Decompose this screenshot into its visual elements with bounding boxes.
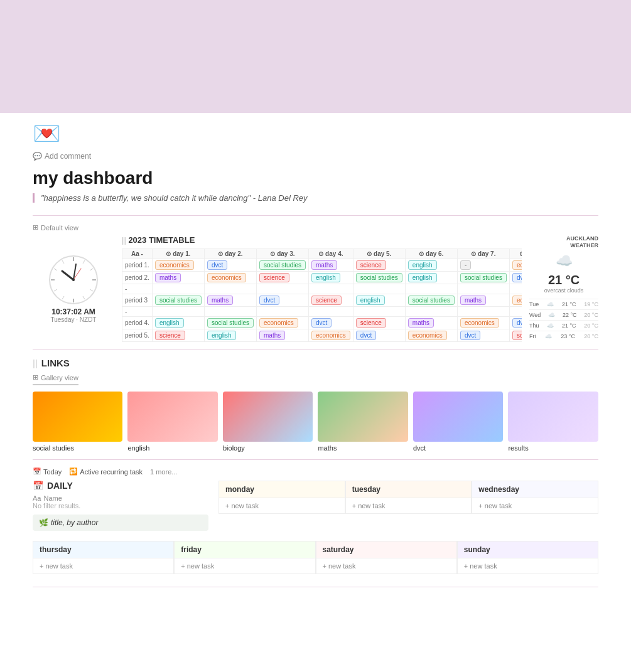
gallery-item[interactable]: results	[508, 392, 598, 452]
grid-icon: ⊞	[33, 223, 38, 232]
tag-cell: maths	[309, 259, 353, 272]
col-header-period: Aa -	[122, 249, 153, 259]
forecast-day: Tue	[529, 301, 539, 307]
clock-time: 10:37:02 AM	[51, 307, 95, 316]
forecast-day: Thu	[529, 323, 539, 329]
gallery-item[interactable]: biology	[223, 392, 313, 452]
period-cell: -	[122, 307, 153, 317]
new-task-button[interactable]: + new task	[472, 498, 598, 513]
new-task-button[interactable]: + new task	[33, 558, 173, 573]
more-btn[interactable]: 1 more...	[150, 468, 177, 476]
add-comment-button[interactable]: 💬 Add comment	[33, 152, 598, 161]
forecast-low: 20 °C	[584, 323, 598, 329]
top-banner	[0, 0, 631, 113]
tag-cell: maths	[405, 317, 457, 329]
tag-cell: dvct	[457, 329, 509, 342]
tag-cell: maths	[204, 294, 256, 307]
tag-cell	[152, 307, 204, 317]
gallery-item[interactable]: dvct	[413, 392, 503, 452]
gallery-thumb	[413, 392, 503, 442]
col-header-day1: ⊙ day 1.	[152, 249, 204, 259]
period-cell: -	[122, 284, 153, 294]
recurring-btn[interactable]: 🔁 Active recurring task	[69, 467, 143, 476]
cloud-icon: ☁️	[545, 333, 552, 339]
svg-point-16	[72, 279, 75, 281]
tag-cell: maths	[152, 272, 204, 284]
tag-cell	[457, 307, 509, 317]
today-btn[interactable]: 📅 Today	[33, 467, 62, 476]
col-label: Aa Name	[33, 494, 208, 502]
new-task-button[interactable]: + new task	[219, 498, 345, 513]
gallery-item[interactable]: social studies	[33, 392, 122, 452]
days-row2-grid: thursday+ new taskfriday+ new tasksaturd…	[33, 541, 598, 574]
col-header-day4: ⊙ day 4.	[309, 249, 353, 259]
forecast-high: 23 °C	[561, 333, 575, 339]
daily-header: DAILY	[33, 481, 208, 491]
weather-forecast: Tue☁️21 °C19 °CWed☁️22 °C20 °CThu☁️21 °C…	[529, 299, 598, 341]
timetable-body: period 1.economicsdvctsocial studiesmath…	[122, 259, 522, 342]
weather-widget: AUCKLANDWEATHER ☁️ 21 °C overcast clouds…	[529, 235, 598, 342]
divider-2	[33, 349, 598, 350]
period-cell: period 2.	[122, 272, 153, 284]
gallery-item[interactable]: maths	[318, 392, 407, 452]
day-header: wednesday	[472, 481, 598, 498]
forecast-day: Fri	[529, 333, 536, 339]
header-area: 💌 💬 Add comment my dashboard "happiness …	[0, 113, 631, 203]
daily-section: DAILY Aa Name No filter results. 🌿 title…	[33, 481, 208, 536]
tag-cell: english	[405, 259, 457, 272]
gallery-label: english	[127, 444, 217, 452]
tag-cell	[405, 284, 457, 294]
tag-cell: science	[256, 272, 308, 284]
timetable-view-label: ⊞ Default view	[33, 223, 598, 232]
no-filter-text: No filter results.	[33, 502, 208, 509]
tag-cell	[204, 307, 256, 317]
clock-face	[48, 255, 99, 305]
new-task-button[interactable]: + new task	[175, 558, 315, 573]
leaf-icon: 🌿	[39, 518, 48, 527]
tag-cell	[204, 284, 256, 294]
tag-cell: -	[457, 259, 509, 272]
tag-cell: english	[309, 272, 353, 284]
links-section: LINKS ⊞ Gallery view social studiesengli…	[33, 358, 598, 452]
bottom-divider	[33, 587, 598, 587]
days-row1-grid: monday+ new tasktuesday+ new taskwednesd…	[218, 481, 598, 514]
page-title: my dashboard	[33, 168, 598, 188]
gallery-thumb	[223, 392, 313, 442]
gallery-thumb	[127, 392, 217, 442]
tag-cell: english	[405, 272, 457, 284]
forecast-low: 19 °C	[584, 301, 598, 307]
gallery-item[interactable]: english	[127, 392, 217, 452]
forecast-high: 21 °C	[562, 301, 576, 307]
tag-cell	[509, 284, 522, 294]
tag-cell: science	[152, 329, 204, 342]
new-task-button[interactable]: + new task	[346, 498, 472, 513]
new-task-button[interactable]: + new task	[316, 558, 456, 573]
tag-cell: science	[353, 317, 405, 329]
gallery-label: results	[508, 444, 598, 452]
forecast-row: Fri☁️23 °C20 °C	[529, 331, 598, 341]
tag-cell	[152, 284, 204, 294]
reading-item[interactable]: 🌿 title, by author	[33, 515, 208, 531]
table-row: period 5.scienceenglishmathseconomicsdvc…	[122, 329, 522, 342]
tasks-toolbar: 📅 Today 🔁 Active recurring task 1 more..…	[33, 467, 598, 476]
weather-temp-big: 21 °C	[529, 273, 598, 287]
col-header-day3: ⊙ day 3.	[256, 249, 308, 259]
gallery-view-button[interactable]: ⊞ Gallery view	[33, 373, 78, 385]
forecast-high: 21 °C	[562, 323, 576, 329]
day-col-thursday: thursday+ new task	[33, 541, 174, 574]
tag-cell: economics	[509, 294, 522, 307]
tag-cell	[509, 307, 522, 317]
divider-3	[33, 459, 598, 460]
new-task-button[interactable]: + new task	[458, 558, 598, 573]
tag-cell: social studies	[405, 294, 457, 307]
page-quote: "happiness is a butterfly, we should cat…	[33, 193, 598, 203]
tag-cell	[353, 307, 405, 317]
day-header: saturday	[316, 541, 456, 558]
tag-cell: economics	[309, 329, 353, 342]
clock-timezone: Tuesday · NZDT	[51, 316, 97, 323]
col-header-day8: ⊙ day 8.	[509, 249, 522, 259]
forecast-high: 22 °C	[563, 312, 577, 318]
day-col-friday: friday+ new task	[174, 541, 315, 574]
timetable-table: Aa - ⊙ day 1. ⊙ day 2. ⊙ day 3. ⊙ day 4.…	[122, 248, 522, 342]
weather-cloud-icon: ☁️	[556, 253, 573, 269]
